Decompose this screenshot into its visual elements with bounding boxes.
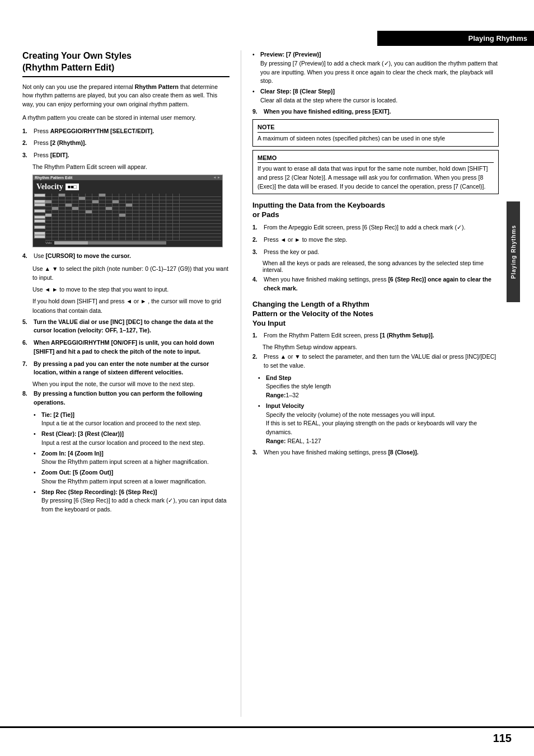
r-step-2-num: 2. xyxy=(252,236,263,245)
rpe-title-bar: Rhythm Pattern Edit ◄ ► xyxy=(33,175,222,180)
r-step-4-content: When you have finished making settings, … xyxy=(264,275,499,293)
step-2: 2. Press [2 (Rhythm)]. xyxy=(22,139,229,148)
step-3: 3. Press [EDIT]. xyxy=(22,151,229,160)
c-step-3: 3. When you have finished making setting… xyxy=(252,448,499,457)
r-step-3-content: Press the key or pad. xyxy=(264,248,499,257)
bullet-inputvelocity-text: Input Velocity Specify the velocity (vol… xyxy=(266,402,499,446)
step-4-num: 4. xyxy=(22,252,32,261)
bullet-rest: • Rest (Clear): [3 (Rest (Clear))]Input … xyxy=(34,430,229,448)
c-step-1-sub: The Rhythm Setup window appears. xyxy=(263,344,499,350)
step-4-detail-1: Use ▲ ▼ to select the pitch (note number… xyxy=(32,264,229,283)
step-7-content: By pressing a pad you can enter the note… xyxy=(34,360,229,378)
r-step-2: 2. Press ◄ or ► to move the step. xyxy=(252,236,499,245)
step-8-content: By pressing a function button you can pe… xyxy=(34,389,229,407)
c-step-3-content: When you have finished making settings, … xyxy=(264,448,499,457)
bullet-endstep-text: End Step Specifies the style length Rang… xyxy=(266,374,331,400)
section-title: Creating Your Own Styles(Rhythm Pattern … xyxy=(22,50,229,77)
r-step-4-num: 4. xyxy=(252,275,263,293)
r-step-2-content: Press ◄ or ► to move the step. xyxy=(264,236,499,245)
step-9-content: When you have finished editing, press [E… xyxy=(264,107,499,116)
memo-label: MEMO xyxy=(257,153,494,163)
bullet-steprec-text: Step Rec (Step Recording): [6 (Step Rec)… xyxy=(41,488,229,514)
step-9-num: 9. xyxy=(252,107,263,116)
step-5-content: Turn the VALUE dial or use [INC] [DEC] t… xyxy=(34,318,229,336)
step-6-num: 6. xyxy=(22,339,32,356)
c-step-1-num: 1. xyxy=(252,331,263,340)
step-1-num: 1. xyxy=(22,127,32,136)
intro-text-1: Not only can you use the prepared intern… xyxy=(22,83,229,109)
step-7: 7. By pressing a pad you can enter the n… xyxy=(22,360,229,378)
bullet-tie: • Tie: [2 (Tie)]Input a tie at the curso… xyxy=(34,411,229,429)
header-title: Playing Rhythms xyxy=(469,34,527,43)
c-step-3-num: 3. xyxy=(252,448,263,457)
right-column: • Preview: [7 (Preview)]By pressing [7 (… xyxy=(241,45,516,722)
bullet-inputvelocity: • Input Velocity Specify the velocity (v… xyxy=(258,402,499,446)
step-4-detail-2: Use ◄ ► to move to the step that you wan… xyxy=(32,285,229,294)
memo-text: If you want to erase all data that was i… xyxy=(257,165,494,191)
bottom-line xyxy=(0,726,534,728)
bullet-zoomin-text: Zoom In: [4 (Zoom In)]Show the Rhythm pa… xyxy=(41,449,209,467)
note-box: NOTE A maximum of sixteen notes (specifi… xyxy=(252,119,499,146)
note-label: NOTE xyxy=(257,123,494,133)
bullet-preview: • Preview: [7 (Preview)]By pressing [7 (… xyxy=(252,50,499,86)
r-step-1-num: 1. xyxy=(252,223,263,232)
bullet-preview-text: Preview: [7 (Preview)]By pressing [7 (Pr… xyxy=(260,50,499,86)
step-7-num: 7. xyxy=(22,360,32,378)
c-step-1: 1. From the Rhythm Pattern Edit screen, … xyxy=(252,331,499,340)
step-5: 5. Turn the VALUE dial or use [INC] [DEC… xyxy=(22,318,229,336)
bullet-tie-text: Tie: [2 (Tie)]Input a tie at the cursor … xyxy=(41,411,201,429)
header-bar: Playing Rhythms xyxy=(377,31,534,46)
step-7-sub: When you input the note, the cursor will… xyxy=(32,381,229,387)
step-6: 6. When ARPEGGIO/RHYTHM [ON/OFF] is unli… xyxy=(22,339,229,356)
bullet-steprec: • Step Rec (Step Recording): [6 (Step Re… xyxy=(34,488,229,514)
rhythm-pattern-screen: Rhythm Pattern Edit ◄ ► Velocity ■■□ xyxy=(32,175,223,247)
vertical-tab-label: Playing Rhythms xyxy=(510,225,517,279)
step-1-content: Press ARPEGGIO/RHYTHM [SELECT/EDIT]. xyxy=(34,127,229,136)
rpe-bottom-bar: RhythmSetup Tie RestClear ZoomIn ZoomOut… xyxy=(33,247,222,247)
step-2-num: 2. xyxy=(22,139,32,148)
page-container: Playing Rhythms Creating Your Own Styles… xyxy=(0,0,534,756)
r-step-3: 3. Press the key or pad. xyxy=(252,248,499,257)
subsection-title-inputting: Inputting the Data from the Keyboardsor … xyxy=(252,201,499,220)
step-4-detail-3: If you hold down [SHIFT] and press ◄ or … xyxy=(32,297,229,316)
bullet-rest-text: Rest (Clear): [3 (Rest (Clear))]Input a … xyxy=(41,430,205,448)
step-8-num: 8. xyxy=(22,389,32,407)
note-text: A maximum of sixteen notes (specified pi… xyxy=(257,134,494,143)
main-content: Creating Your Own Styles(Rhythm Pattern … xyxy=(0,45,534,722)
step-3-content: Press [EDIT]. xyxy=(34,151,229,160)
c-step-2-num: 2. xyxy=(252,353,263,370)
left-column: Creating Your Own Styles(Rhythm Pattern … xyxy=(0,45,241,722)
intro-text-2: A rhythm pattern you create can be store… xyxy=(22,114,229,123)
step-4-content: Use [CURSOR] to move the cursor. xyxy=(34,252,229,261)
bullet-clearstep: • Clear Step: [8 (Clear Step)]Clear all … xyxy=(252,87,499,105)
note-grid xyxy=(45,194,221,241)
bullet-clearstep-text: Clear Step: [8 (Clear Step)]Clear all da… xyxy=(260,87,397,105)
step-9: 9. When you have finished editing, press… xyxy=(252,107,499,116)
step-6-content: When ARPEGGIO/RHYTHM [ON/OFF] is unlit, … xyxy=(34,339,229,356)
c-step-2-content: Press ▲ or ▼ to select the parameter, an… xyxy=(264,353,499,370)
page-number: 115 xyxy=(493,732,512,745)
subsection-title-changing: Changing the Length of a RhythmPattern o… xyxy=(252,300,499,328)
bullet-zoomout: • Zoom Out: [5 (Zoom Out)]Show the Rhyth… xyxy=(34,468,229,486)
r-step-1-content: From the Arpeggio Edit screen, press [6 … xyxy=(264,223,499,232)
bullet-endstep: • End Step Specifies the style length Ra… xyxy=(258,374,499,400)
r-step-1: 1. From the Arpeggio Edit screen, press … xyxy=(252,223,499,232)
step-2-content: Press [2 (Rhythm)]. xyxy=(34,139,229,148)
c-step-1-content: From the Rhythm Pattern Edit screen, pre… xyxy=(264,331,499,340)
c-step-2: 2. Press ▲ or ▼ to select the parameter,… xyxy=(252,353,499,370)
r-step-4: 4. When you have finished making setting… xyxy=(252,275,499,293)
step-3-num: 3. xyxy=(22,151,32,160)
step-5-num: 5. xyxy=(22,318,32,336)
bullet-zoomout-text: Zoom Out: [5 (Zoom Out)]Show the Rhythm … xyxy=(41,468,207,486)
step-1: 1. Press ARPEGGIO/RHYTHM [SELECT/EDIT]. xyxy=(22,127,229,136)
step-3-sub: The Rhythm Pattern Edit screen will appe… xyxy=(32,163,229,170)
r-step-3-sub: When all the keys or pads are released, … xyxy=(263,260,499,273)
r-step-3-num: 3. xyxy=(252,248,263,257)
step-4: 4. Use [CURSOR] to move the cursor. xyxy=(22,252,229,261)
step-8: 8. By pressing a function button you can… xyxy=(22,389,229,407)
memo-box: MEMO If you want to erase all data that … xyxy=(252,150,499,195)
piano-keys xyxy=(34,194,45,241)
vertical-tab: Playing Rhythms xyxy=(507,201,520,302)
bullet-zoomin: • Zoom In: [4 (Zoom In)]Show the Rhythm … xyxy=(34,449,229,467)
